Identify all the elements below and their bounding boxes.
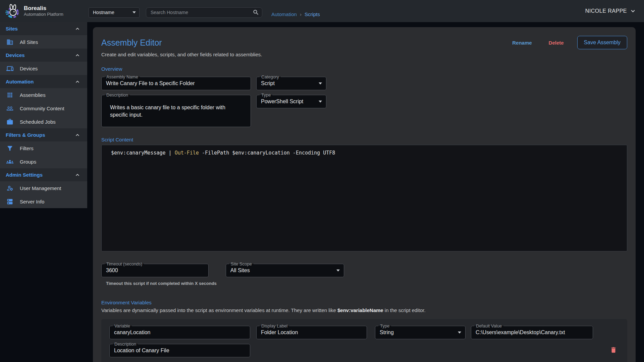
env-desc-code: $env:variableName xyxy=(337,307,383,313)
display-label-field[interactable]: Display Label Folder Location xyxy=(256,326,367,339)
sidebar-item-user-management[interactable]: User Management xyxy=(0,181,87,195)
sidebar-item-label: User Management xyxy=(20,185,61,191)
sidebar-item-community-content[interactable]: Community Content xyxy=(0,102,87,115)
save-assembly-button[interactable]: Save Assembly xyxy=(577,36,627,49)
apps-grid-icon xyxy=(6,92,13,99)
timeout-helper-text: Timeout this script if not completed wit… xyxy=(106,281,217,286)
variable-value: canaryLocation xyxy=(114,329,151,336)
sidebar-item-server-info[interactable]: Server Info xyxy=(0,195,87,208)
hostname-select-value: Hostname xyxy=(93,10,114,15)
timeout-field[interactable]: Timeout (seconds) 3600 xyxy=(101,264,209,277)
env-variable-row: Variable canaryLocation Display Label Fo… xyxy=(101,319,627,362)
sidebar-item-assemblies[interactable]: Assemblies xyxy=(0,88,87,102)
hostname-select[interactable]: Hostname xyxy=(89,7,140,18)
sidebar-item-all-sites[interactable]: All Sites xyxy=(0,35,87,49)
page-subtitle: Create and edit variables, scripts, and … xyxy=(101,52,627,57)
sidebar-section-label: Filters & Groups xyxy=(6,132,45,138)
dropdown-arrow-icon xyxy=(336,269,340,272)
sidebar-item-label: Groups xyxy=(20,159,36,165)
site-scope-select[interactable]: Site Scope All Sites xyxy=(226,264,344,277)
category-value: Script xyxy=(261,80,275,86)
assembly-editor-card: Assembly Editor Rename Delete Save Assem… xyxy=(93,27,636,362)
sidebar-item-filters[interactable]: Filters xyxy=(0,141,87,155)
variable-type-select[interactable]: Type String xyxy=(375,326,466,339)
sidebar-item-groups[interactable]: Groups xyxy=(0,155,87,168)
site-scope-label: Site Scope xyxy=(229,261,254,267)
env-vars-description: Variables are dynamically passed into th… xyxy=(101,307,627,313)
sidebar-item-label: Devices xyxy=(20,66,38,71)
rename-button[interactable]: Rename xyxy=(508,37,536,48)
top-bar: Borealis Automation Platform Hostname Au… xyxy=(0,0,644,22)
building-icon xyxy=(6,39,13,46)
chevron-up-icon xyxy=(74,132,81,138)
brand-name: Borealis xyxy=(24,5,63,12)
search-icon xyxy=(253,9,259,16)
breadcrumb-scripts[interactable]: Scripts xyxy=(305,11,320,17)
chevron-up-icon xyxy=(74,25,81,32)
default-value-field[interactable]: Default Value C:\Users\example\Desktop\C… xyxy=(471,326,593,339)
breadcrumb-automation[interactable]: Automation xyxy=(271,11,297,17)
chevron-up-icon xyxy=(74,78,81,85)
sidebar-item-scheduled-jobs[interactable]: Scheduled Jobs xyxy=(0,115,87,128)
dropdown-arrow-icon xyxy=(319,82,322,84)
delete-button[interactable]: Delete xyxy=(545,37,568,48)
devices-icon xyxy=(6,65,13,72)
env-vars-section-label: Environment Variables xyxy=(101,300,627,305)
sidebar-section-admin-settings[interactable]: Admin Settings xyxy=(0,168,87,181)
sidebar-item-devices[interactable]: Devices xyxy=(0,62,87,75)
editor-actions: Rename Delete Save Assembly xyxy=(508,36,627,49)
description-field[interactable]: Description Writes a basic canary file t… xyxy=(101,95,251,127)
sidebar-section-sites[interactable]: Sites xyxy=(0,22,87,35)
variable-field[interactable]: Variable canaryLocation xyxy=(109,326,250,339)
sidebar-item-label: All Sites xyxy=(20,39,38,45)
briefcase-icon xyxy=(6,118,13,125)
brand: Borealis Automation Platform xyxy=(0,3,87,19)
env-desc-suffix: in the script editor. xyxy=(383,307,426,313)
timeout-label: Timeout (seconds) xyxy=(105,261,144,267)
code-line: $env:canaryMessage | Out-File -FilePath … xyxy=(111,149,622,156)
default-value-label: Default Value xyxy=(474,323,503,329)
sidebar-section-label: Devices xyxy=(6,52,25,58)
sidebar-section-devices[interactable]: Devices xyxy=(0,49,87,62)
display-label-value: Folder Location xyxy=(261,329,298,336)
script-content-section-label: Script Content xyxy=(101,137,627,142)
description-value: Writes a basic canary file to a specific… xyxy=(110,105,225,118)
filter-icon xyxy=(6,145,13,152)
brand-text: Borealis Automation Platform xyxy=(24,5,63,17)
variable-description-field[interactable]: Description Location of Canary File xyxy=(109,344,250,357)
main-area: Assembly Editor Rename Delete Save Assem… xyxy=(87,22,644,362)
assembly-name-value: Write Canary File to a Specific Folder xyxy=(106,80,195,86)
category-label: Category xyxy=(260,74,281,80)
groups-icon xyxy=(6,158,13,165)
sidebar-item-label: Filters xyxy=(20,145,34,151)
code-token: Out-File xyxy=(175,150,199,156)
sidebar: SitesAll SitesDevicesDevicesAutomationAs… xyxy=(0,22,87,208)
script-code-editor[interactable]: $env:canaryMessage | Out-File -FilePath … xyxy=(101,145,627,251)
variable-label: Variable xyxy=(113,323,132,329)
server-icon xyxy=(6,198,13,205)
sidebar-section-automation[interactable]: Automation xyxy=(0,75,87,88)
breadcrumb-separator: › xyxy=(300,11,302,17)
trash-icon xyxy=(610,346,617,354)
sidebar-section-filters-groups[interactable]: Filters & Groups xyxy=(0,128,87,141)
search-input[interactable] xyxy=(146,7,262,18)
display-label-label: Display Label xyxy=(260,323,289,329)
delete-variable-button[interactable] xyxy=(608,345,619,355)
dropdown-arrow-icon xyxy=(458,331,461,334)
user-name: NICOLE RAPPE xyxy=(585,8,627,14)
code-token: $env:canaryMessage | xyxy=(111,150,175,156)
description-label: Description xyxy=(105,92,130,98)
borealis-logo-icon xyxy=(5,3,20,19)
user-menu[interactable]: NICOLE RAPPE xyxy=(585,7,637,15)
timeout-value: 3600 xyxy=(106,267,118,274)
type-select[interactable]: Type PowerShell Script xyxy=(256,95,326,108)
assembly-name-field[interactable]: Assembly Name Write Canary File to a Spe… xyxy=(101,77,251,90)
variable-type-value: String xyxy=(380,329,394,336)
sidebar-item-label: Scheduled Jobs xyxy=(20,119,56,125)
page-title: Assembly Editor xyxy=(101,38,162,48)
dropdown-arrow-icon xyxy=(132,11,136,13)
overview-section-label: Overview xyxy=(101,66,627,72)
site-scope-value: All Sites xyxy=(230,267,250,274)
sidebar-section-label: Sites xyxy=(6,26,18,32)
category-select[interactable]: Category Script xyxy=(256,77,326,90)
